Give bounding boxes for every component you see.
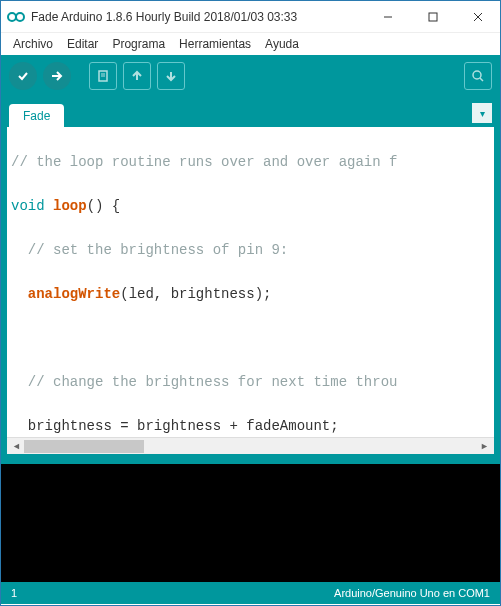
verify-button[interactable] xyxy=(9,62,37,90)
menu-help[interactable]: Ayuda xyxy=(261,35,303,53)
editor-wrap: // the loop routine runs over and over a… xyxy=(1,127,500,460)
code-token xyxy=(11,286,28,302)
code-line: // change the brightness for next time t… xyxy=(11,374,397,390)
status-board-port: Arduino/Genuino Uno en COM1 xyxy=(334,587,490,599)
code-line: // set the brightness of pin 9: xyxy=(11,242,288,258)
svg-point-12 xyxy=(473,71,481,79)
code-token: void xyxy=(11,198,45,214)
svg-point-0 xyxy=(8,13,16,21)
code-line: brightness = brightness + fadeAmount; xyxy=(11,418,339,434)
open-sketch-button[interactable] xyxy=(123,62,151,90)
svg-point-1 xyxy=(16,13,24,21)
scroll-thumb[interactable] xyxy=(24,440,144,453)
code-token: analogWrite xyxy=(28,286,120,302)
new-sketch-button[interactable] xyxy=(89,62,117,90)
tab-fade[interactable]: Fade xyxy=(9,104,64,128)
horizontal-scrollbar[interactable]: ◄ ► xyxy=(7,437,494,454)
titlebar: Fade Arduino 1.8.6 Hourly Build 2018/01/… xyxy=(1,1,500,33)
code-editor[interactable]: // the loop routine runs over and over a… xyxy=(7,127,494,437)
scroll-left-icon[interactable]: ◄ xyxy=(9,441,24,451)
save-sketch-button[interactable] xyxy=(157,62,185,90)
menu-file[interactable]: Archivo xyxy=(9,35,57,53)
statusbar: 1 Arduino/Genuino Uno en COM1 xyxy=(1,582,500,604)
minimize-button[interactable] xyxy=(365,1,410,32)
menu-edit[interactable]: Editar xyxy=(63,35,102,53)
code-token: () { xyxy=(87,198,121,214)
toolbar xyxy=(1,55,500,97)
tab-menu-button[interactable]: ▾ xyxy=(472,103,492,123)
tabbar: Fade ▾ xyxy=(1,97,500,127)
scroll-right-icon[interactable]: ► xyxy=(477,441,492,451)
menubar: Archivo Editar Programa Herramientas Ayu… xyxy=(1,33,500,55)
serial-monitor-button[interactable] xyxy=(464,62,492,90)
maximize-button[interactable] xyxy=(410,1,455,32)
menu-sketch[interactable]: Programa xyxy=(108,35,169,53)
svg-line-13 xyxy=(480,78,483,81)
scroll-track[interactable] xyxy=(24,440,477,453)
console-output[interactable] xyxy=(1,464,500,582)
arduino-logo-icon xyxy=(7,8,25,26)
status-line-number: 1 xyxy=(11,587,17,599)
svg-rect-3 xyxy=(429,13,437,21)
close-button[interactable] xyxy=(455,1,500,32)
code-token: (led, brightness); xyxy=(120,286,271,302)
menu-tools[interactable]: Herramientas xyxy=(175,35,255,53)
window-title: Fade Arduino 1.8.6 Hourly Build 2018/01/… xyxy=(31,10,365,24)
upload-button[interactable] xyxy=(43,62,71,90)
code-line: // the loop routine runs over and over a… xyxy=(11,154,397,170)
code-token: loop xyxy=(53,198,87,214)
